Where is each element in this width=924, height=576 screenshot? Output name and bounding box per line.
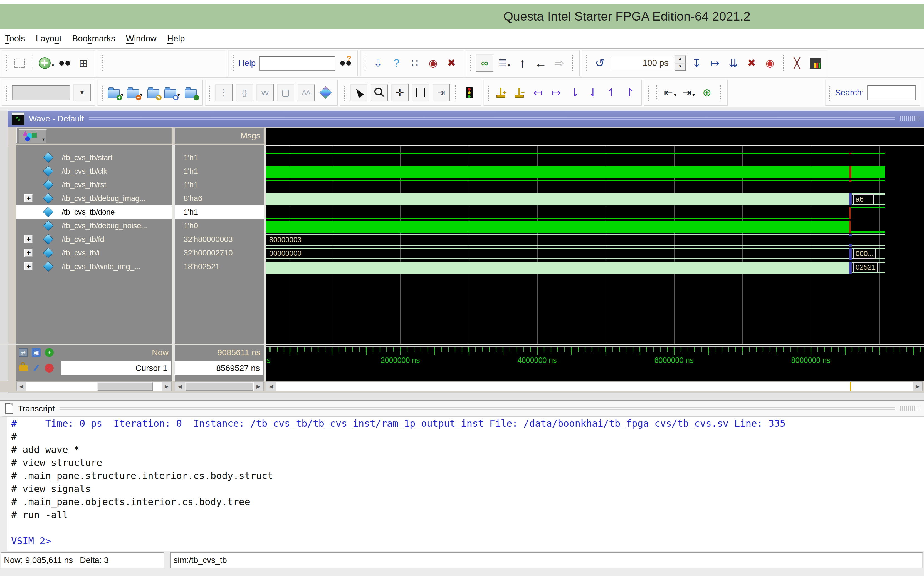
selection-tool-icon[interactable] [12, 55, 27, 71]
signal-value-row[interactable]: 1'h1 [175, 151, 264, 164]
next-rising-edge-button[interactable]: ↾ [622, 85, 637, 101]
menu-help[interactable]: Help [167, 34, 185, 44]
menu-layout[interactable]: Layout [35, 34, 61, 44]
compare-time-icon[interactable]: ⇄ [19, 348, 28, 357]
compile-outdated-icon[interactable]: ? [389, 55, 404, 71]
scrollbar-thumb[interactable] [97, 382, 153, 391]
performance-profile-button[interactable] [808, 55, 823, 71]
window-titlebar[interactable]: Questa Intel Starter FPGA Edition-64 202… [0, 4, 924, 30]
restart-button[interactable]: ↺ [592, 55, 607, 71]
zoom-mode-button[interactable] [371, 84, 388, 101]
bookmark-combo[interactable] [12, 85, 70, 100]
scroll-right-arrow[interactable]: ▶ [162, 382, 171, 391]
continue-run-button[interactable]: ↦ [707, 55, 722, 71]
signal-row[interactable]: +/tb_cvs_tb/debug_imag... [16, 192, 172, 205]
scrollbar-thumb[interactable] [185, 382, 253, 391]
save-bookmark-button[interactable]: ▾ [164, 85, 180, 101]
menu-bookmarks[interactable]: Bookmarks [72, 34, 115, 44]
pane-splitter[interactable] [0, 392, 924, 400]
wave-scrollbar[interactable]: ◀ ▶ [266, 381, 923, 391]
previous-transition-button[interactable]: ↤ [531, 85, 545, 101]
scroll-left-arrow[interactable]: ◀ [17, 382, 26, 391]
expand-toggle[interactable]: + [24, 262, 33, 270]
name-column-scrollbar[interactable]: ◀ ▶ [16, 381, 172, 391]
compile-all-icon[interactable]: ∷ [407, 55, 422, 71]
scroll-right-arrow[interactable]: ▶ [253, 382, 263, 391]
signal-value-row[interactable]: 32'h00002710 [175, 246, 264, 260]
signal-row[interactable]: /tb_cvs_tb/rst [16, 178, 172, 192]
radix-symbolic-icon[interactable]: ⋮ [215, 84, 233, 101]
signal-row[interactable]: /tb_cvs_tb/start [16, 151, 172, 164]
signal-value-row[interactable]: 18'h02521 [175, 260, 264, 273]
wave-pane-dock-grip[interactable] [900, 116, 920, 121]
next-transition-button[interactable]: ↦ [549, 85, 564, 101]
run-length-input-down[interactable]: ▼ [674, 63, 686, 71]
radix-ascii-icon[interactable]: AA [298, 84, 315, 101]
signal-value-row[interactable]: 1'h1 [175, 205, 264, 219]
msgs-column-header[interactable]: Msgs [175, 128, 264, 144]
add-to-dataflow-button[interactable]: ⊕ [699, 85, 715, 101]
expand-panes-icon[interactable]: ⊞ [76, 55, 91, 71]
signal-value-row[interactable]: 1'h1 [175, 178, 264, 192]
add-bookmark-button[interactable]: ▾ [107, 85, 124, 101]
edit-mode-button[interactable]: ⇥ [433, 84, 450, 101]
lock-cursor-icon[interactable] [19, 365, 28, 371]
transcript-drag-handle[interactable] [59, 407, 895, 411]
signal-row[interactable]: /tb_cvs_tb/clk [16, 164, 172, 178]
pan-mode-button[interactable]: ✛ [391, 84, 409, 101]
delete-bookmark-button[interactable]: ▾ [127, 85, 143, 101]
menu-window[interactable]: Window [126, 34, 157, 44]
signal-value-row[interactable]: 1'h1 [175, 164, 264, 178]
signal-value-row[interactable]: 32'h80000003 [175, 232, 264, 246]
cursor-value-box[interactable]: 8569527 ns [175, 361, 263, 375]
add-item-icon[interactable]: + [45, 348, 54, 357]
help-find-icon[interactable] [338, 55, 353, 71]
help-search-input[interactable] [259, 56, 335, 70]
stop-wave-drawing-button[interactable] [462, 85, 477, 101]
run-button[interactable]: ↧ [689, 55, 704, 71]
transcript-titlebar[interactable]: Transcript [0, 401, 924, 416]
expand-toggle[interactable]: + [24, 194, 33, 202]
goto-bookmark-button[interactable] [183, 85, 198, 101]
scroll-left-arrow[interactable]: ◀ [175, 382, 185, 391]
delete-cursor-button[interactable]: − [512, 85, 527, 101]
signal-row[interactable]: /tb_cvs_tb/debug_noise... [16, 219, 172, 232]
cursor-name-box[interactable]: Cursor 1 [61, 361, 171, 375]
add-cursor-button[interactable]: + [494, 85, 509, 101]
select-mode-button[interactable] [350, 84, 367, 101]
run-length-input[interactable]: 100 ps▲▼ [611, 55, 686, 71]
signal-value-row[interactable]: 8'ha6 [175, 192, 264, 205]
transcript-dock-grip[interactable] [900, 406, 920, 411]
value-column-scrollbar[interactable]: ◀ ▶ [175, 381, 264, 391]
timeline-ruler[interactable]: 0 ns2000000 ns4000000 ns6000000 ns800000… [266, 346, 924, 366]
compile-icon[interactable]: ⇩ [371, 55, 385, 71]
signal-row[interactable]: +/tb_cvs_tb/fd [16, 232, 172, 246]
edit-cursor-icon[interactable] [32, 363, 41, 373]
wave-pane-drag-handle[interactable] [89, 117, 895, 121]
bookmark-dropdown-button[interactable]: ▼ [74, 84, 91, 101]
timeline-grid-icon[interactable]: ▦ [32, 348, 41, 357]
waveform-area[interactable]: a68000000300000000000...02521 0 ns200000… [266, 145, 924, 381]
run-length-input-up[interactable]: ▲ [674, 55, 686, 63]
forward-icon[interactable]: ⇨ [552, 55, 566, 71]
link-environment-icon[interactable]: ∞ [476, 54, 493, 72]
wave-pane-titlebar[interactable]: ∿ Wave - Default [8, 110, 924, 127]
signal-row[interactable]: +/tb_cvs_tb/write_img_... [16, 260, 172, 273]
previous-rising-edge-button[interactable]: ↿ [604, 85, 619, 101]
run-all-button[interactable]: ⇊ [726, 55, 741, 71]
signal-name-column-header[interactable]: ▾ [16, 128, 172, 144]
cursor-mode-button[interactable] [412, 84, 429, 101]
signal-row[interactable]: /tb_cvs_tb/done [16, 205, 172, 219]
signal-value-row[interactable]: 1'h0 [175, 219, 264, 232]
expand-time-right-button[interactable]: ⇥▾ [681, 85, 696, 101]
break-button[interactable]: ✖ [744, 55, 759, 71]
menu-tools[interactable]: Tools [5, 34, 25, 44]
color-palette-icon[interactable] [318, 85, 333, 101]
edit-bookmark-button[interactable] [146, 85, 161, 101]
previous-falling-edge-button[interactable]: ⇃ [586, 85, 600, 101]
expand-toggle[interactable]: + [24, 248, 33, 257]
wave-search-input[interactable] [867, 85, 916, 100]
simulate-icon[interactable]: ◉ [425, 55, 441, 71]
find-icon[interactable] [58, 55, 72, 71]
next-falling-edge-button[interactable]: ⇂ [567, 85, 582, 101]
